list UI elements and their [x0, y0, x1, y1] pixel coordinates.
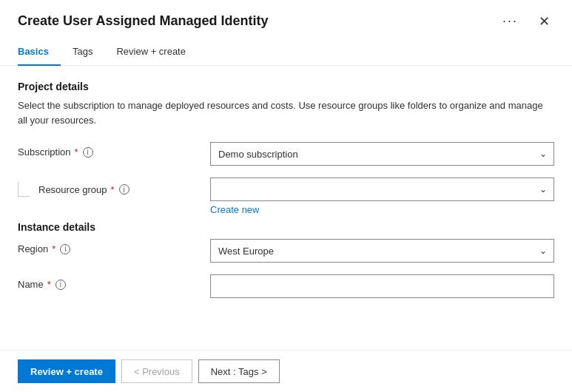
instance-details-title: Instance details [18, 221, 554, 233]
region-select-wrapper: West Europe ⌄ [210, 239, 554, 263]
region-info-icon[interactable]: i [60, 244, 70, 254]
resource-group-row: Resource group * i ⌄ Create new [18, 178, 554, 215]
resource-group-control: ⌄ Create new [210, 178, 554, 215]
instance-details-section: Instance details Region * i West Europe … [18, 221, 554, 298]
name-control [210, 274, 554, 298]
region-select[interactable]: West Europe [210, 239, 554, 263]
resource-group-label-col: Resource group * i [18, 178, 210, 197]
subscription-info-icon[interactable]: i [83, 147, 93, 158]
previous-button[interactable]: < Previous [121, 359, 192, 383]
subscription-select-wrapper: Demo subscription ⌄ [210, 142, 554, 166]
dialog-title: Create User Assigned Managed Identity [18, 13, 268, 29]
name-label: Name [18, 279, 44, 290]
review-create-button[interactable]: Review + create [18, 359, 115, 383]
name-info-icon[interactable]: i [55, 280, 66, 290]
resource-group-select[interactable] [210, 178, 554, 201]
resource-group-info-icon[interactable]: i [119, 184, 129, 195]
region-label-col: Region * i [18, 239, 210, 254]
dialog-header: Create User Assigned Managed Identity ··… [0, 0, 572, 31]
project-details-description: Select the subscription to manage deploy… [18, 98, 554, 127]
close-button[interactable]: ✕ [534, 13, 554, 30]
tab-basics[interactable]: Basics [18, 40, 61, 66]
next-tags-button[interactable]: Next : Tags > [198, 359, 280, 383]
subscription-required: * [75, 146, 78, 158]
tab-review-create[interactable]: Review + create [104, 40, 198, 66]
dialog-body: Project details Select the subscription … [0, 66, 572, 350]
resource-group-label: Resource group [38, 184, 107, 195]
name-input[interactable] [210, 274, 554, 298]
dialog-footer: Review + create < Previous Next : Tags > [0, 350, 572, 392]
region-row: Region * i West Europe ⌄ [18, 239, 554, 263]
region-label: Region [18, 243, 48, 254]
subscription-select[interactable]: Demo subscription [210, 142, 554, 166]
name-label-col: Name * i [18, 274, 210, 290]
name-required: * [47, 279, 51, 290]
subscription-label: Subscription [18, 146, 71, 158]
region-control: West Europe ⌄ [210, 239, 554, 263]
ellipsis-button[interactable]: ··· [498, 12, 522, 30]
region-required: * [52, 243, 55, 254]
subscription-label-col: Subscription * i [18, 142, 210, 158]
tab-tags[interactable]: Tags [61, 40, 104, 66]
subscription-control: Demo subscription ⌄ [210, 142, 554, 166]
name-row: Name * i [18, 274, 554, 298]
resource-group-required: * [111, 184, 115, 195]
resource-group-select-wrapper: ⌄ [210, 178, 554, 201]
header-actions: ··· ✕ [498, 12, 554, 30]
tab-bar: Basics Tags Review + create [0, 31, 572, 66]
project-details-title: Project details [18, 81, 554, 92]
create-new-resource-group-link[interactable]: Create new [210, 204, 259, 215]
create-managed-identity-dialog: Create User Assigned Managed Identity ··… [0, 0, 572, 392]
indent-line [18, 182, 30, 197]
subscription-row: Subscription * i Demo subscription ⌄ [18, 142, 554, 166]
